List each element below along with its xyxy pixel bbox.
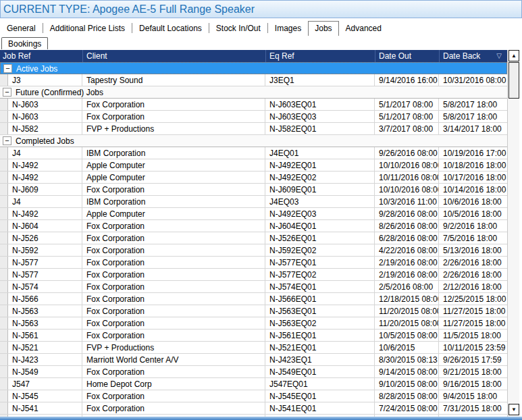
table-row[interactable]: N-J526Fox CorporationN-J526EQ016/28/2016… — [0, 232, 507, 244]
table-row[interactable]: N-J561Fox CorporationN-J561EQ0110/5/2015… — [0, 330, 507, 342]
table-row[interactable]: N-J574Fox CorporationN-J574EQ012/5/2016 … — [0, 281, 507, 293]
cell-eq-ref: N-J521EQ01 — [265, 342, 375, 353]
cell-job-ref: N-J603 — [8, 111, 82, 122]
cell-eq-ref: N-J549EQ01 — [265, 366, 375, 377]
tab-advanced[interactable]: Advanced — [339, 21, 388, 36]
cell-job-ref: N-J582 — [8, 123, 82, 134]
table-row[interactable]: N-J541Fox CorporationN-J541EQ017/24/2015… — [0, 402, 507, 415]
cell-client: IBM Corporation — [82, 147, 265, 159]
tab-stock-in-out[interactable]: Stock In/Out — [209, 21, 267, 36]
group-row[interactable]: −Future (Confirmed) Jobs — [0, 86, 507, 99]
cell-date-back: 10/18/2016 18:00 — [439, 159, 506, 171]
table-row[interactable]: N-J603Fox CorporationN-J603EQ035/1/2017 … — [0, 111, 507, 123]
scrollbar-thumb[interactable] — [508, 62, 519, 99]
table-row[interactable]: N-J566Fox CorporationN-J566EQ0112/18/201… — [0, 293, 507, 305]
cell-eq-ref: J4EQ01 — [265, 147, 375, 159]
tab-bookings[interactable]: Bookings — [1, 37, 48, 49]
cell-date-out: 9/14/2016 16:00 — [375, 74, 439, 86]
table-row[interactable]: N-J604Fox CorporationN-J604EQ018/26/2016… — [0, 220, 507, 232]
cell-eq-ref: J547EQ01 — [265, 378, 375, 390]
table-row[interactable]: N-J563Fox CorporationN-J563EQ0111/20/201… — [0, 305, 507, 317]
row-indicator — [0, 111, 8, 122]
table-row[interactable]: N-J582FVP + ProductionsN-J582EQ013/7/201… — [0, 123, 507, 135]
cell-date-back: 10/11/2015 23:59 — [439, 342, 506, 353]
table-row[interactable]: N-J492Apple ComputerN-J492EQ039/28/2016 … — [0, 208, 507, 220]
table-row[interactable]: N-J521FVP + ProductionsN-J521EQ0110/6/20… — [0, 342, 507, 354]
table-row[interactable]: N-J492Apple ComputerN-J492EQ0110/10/2016… — [0, 159, 507, 172]
cell-date-out: 8/26/2016 08:00 — [375, 220, 439, 232]
table-row[interactable]: J4IBM CorporationJ4EQ0310/3/2016 11:0010… — [0, 196, 507, 208]
row-indicator — [0, 74, 8, 86]
cell-eq-ref: N-J492EQ01 — [265, 159, 375, 171]
cell-eq-ref: J3EQ1 — [265, 74, 375, 86]
cell-job-ref: N-J423 — [8, 354, 82, 365]
sort-desc-icon[interactable]: ▽ — [496, 51, 502, 60]
table-row[interactable]: N-J549Fox CorporationN-J549EQ019/14/2015… — [0, 366, 507, 378]
group-label: Completed Jobs — [16, 136, 74, 146]
cell-date-out: 9/28/2016 08:00 — [375, 208, 439, 219]
cell-client: Fox Corporation — [82, 390, 265, 402]
cell-eq-ref: N-J526EQ01 — [265, 232, 375, 244]
row-indicator — [0, 281, 8, 292]
cell-client: Fox Corporation — [82, 244, 265, 256]
row-indicator — [0, 184, 8, 195]
cell-date-out: 5/1/2017 08:00 — [375, 99, 439, 110]
table-row[interactable]: N-J423Marriott World Center A/VN-J423EQ1… — [0, 354, 507, 366]
cell-eq-ref: N-J592EQ02 — [265, 244, 375, 256]
scroll-up-icon[interactable]: ▲ — [508, 50, 519, 61]
table-row[interactable]: J547Home Depot CorpJ547EQ019/10/2015 08:… — [0, 378, 507, 390]
cell-job-ref: N-J577 — [8, 257, 82, 268]
cell-client: Fox Corporation — [82, 111, 265, 122]
tab-images[interactable]: Images — [268, 21, 308, 36]
table-row[interactable]: N-J492Apple ComputerN-J492EQ0210/11/2016… — [0, 172, 507, 184]
cell-date-back: 2/26/2016 18:00 — [439, 257, 506, 268]
cell-job-ref: N-J492 — [8, 208, 82, 219]
group-row[interactable]: −Active Jobs — [0, 62, 507, 74]
collapse-icon[interactable]: − — [3, 64, 12, 73]
cell-client: Fox Corporation — [82, 281, 265, 292]
row-indicator — [0, 305, 8, 317]
column-header-date-back[interactable]: Date Back ▽ — [439, 50, 506, 62]
cell-date-back: 10/19/2016 17:00 — [439, 147, 506, 159]
cell-job-ref: N-J563 — [8, 317, 82, 329]
table-row[interactable]: J4IBM CorporationJ4EQ019/26/2016 08:0010… — [0, 147, 507, 159]
collapse-icon[interactable]: − — [3, 88, 11, 97]
table-row[interactable]: N-J592Fox CorporationN-J592EQ024/22/2016… — [0, 244, 507, 257]
table-row[interactable]: N-J577Fox CorporationN-J577EQ012/19/2016… — [0, 257, 507, 269]
cell-job-ref: J3 — [8, 74, 82, 86]
cell-eq-ref: N-J545EQ01 — [265, 390, 375, 402]
column-header-eq-ref[interactable]: Eq Ref — [265, 50, 375, 62]
cell-job-ref: N-J603 — [8, 99, 82, 110]
cell-date-back: 2/26/2016 18:00 — [439, 269, 506, 280]
group-row[interactable]: −Completed Jobs — [0, 135, 507, 147]
table-row[interactable]: N-J545Fox CorporationN-J545EQ018/28/2015… — [0, 390, 507, 402]
cell-client: Fox Corporation — [82, 232, 265, 244]
cell-eq-ref: N-J577EQ02 — [265, 269, 375, 280]
tab-default-locations[interactable]: Default Locations — [132, 21, 209, 36]
tab-additional-price-lists[interactable]: Additional Price Lists — [43, 21, 132, 36]
row-indicator — [0, 293, 8, 305]
vertical-scrollbar[interactable]: ▲ ▼ — [507, 50, 519, 417]
table-row[interactable]: N-J563Fox CorporationN-J563EQ0211/20/201… — [0, 317, 507, 330]
cell-eq-ref: N-J604EQ01 — [265, 220, 375, 232]
column-header-job-ref[interactable]: Job Ref — [0, 50, 82, 62]
cell-date-out: 11/20/2015 08:00 — [375, 317, 439, 329]
table-row[interactable]: N-J609Fox CorporationN-J609EQ0110/10/201… — [0, 184, 507, 196]
cell-job-ref: N-J561 — [8, 330, 82, 341]
scroll-down-icon[interactable]: ▼ — [508, 404, 519, 415]
row-indicator — [0, 159, 8, 171]
cell-client: Fox Corporation — [82, 330, 265, 341]
cell-date-back: 9/4/2015 18:00 — [439, 390, 506, 402]
cell-client: Fox Corporation — [82, 305, 265, 317]
cell-client: Fox Corporation — [82, 184, 265, 195]
column-header-client[interactable]: Client — [82, 50, 265, 62]
column-header-date-out[interactable]: Date Out — [375, 50, 439, 62]
cell-date-out: 7/24/2015 08:00 — [375, 402, 439, 414]
tab-general[interactable]: General — [0, 21, 43, 36]
table-row[interactable]: N-J577Fox CorporationN-J577EQ022/19/2016… — [0, 269, 507, 281]
cell-eq-ref: N-J563EQ02 — [265, 317, 375, 329]
collapse-icon[interactable]: − — [3, 136, 11, 145]
tab-jobs[interactable]: Jobs — [308, 21, 338, 36]
table-row[interactable]: J3Tapestry SoundJ3EQ19/14/2016 16:0010/3… — [0, 74, 507, 86]
table-row[interactable]: N-J603Fox CorporationN-J603EQ015/1/2017 … — [0, 99, 507, 111]
